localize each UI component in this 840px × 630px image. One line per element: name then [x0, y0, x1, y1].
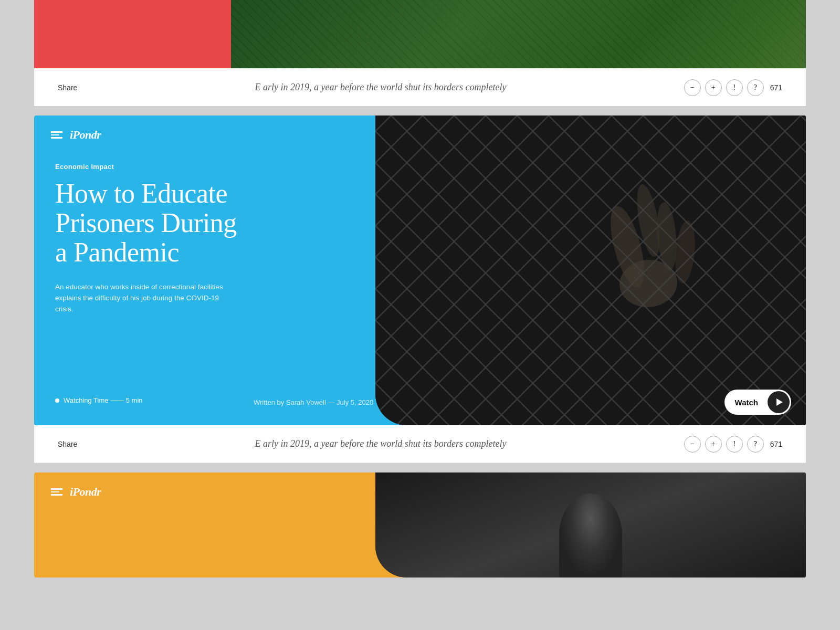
share-center-text-bottom: E arly in 2019, a year before the world … — [255, 438, 506, 449]
bottom-logo-text[interactable]: iPondr — [70, 485, 101, 499]
article-category: Economic Impact — [55, 163, 239, 171]
author-info: Written by Sarah Vowell — July 5, 2020 — [254, 398, 373, 406]
reaction-question-top[interactable]: ? — [747, 79, 764, 96]
watching-dot — [55, 398, 59, 403]
bottom-logo-icon — [51, 488, 62, 496]
reaction-count-bottom: 671 — [770, 440, 782, 448]
bottom-yellow-card: iPondr — [34, 472, 806, 578]
watching-time-text: Watching Time —— 5 min — [64, 396, 143, 404]
watching-time: Watching Time —— 5 min — [55, 396, 239, 404]
card-header: iPondr — [34, 116, 806, 154]
reaction-exclaim-top[interactable]: ! — [726, 79, 743, 96]
logo-text[interactable]: iPondr — [70, 128, 101, 142]
main-feature-card: iPondr — [34, 116, 806, 425]
top-partial-red-section — [34, 0, 231, 68]
bottom-logo-line-3 — [51, 494, 62, 496]
watch-button[interactable]: Watch — [724, 390, 791, 415]
reaction-plus-bottom[interactable]: + — [705, 436, 722, 453]
bottom-logo-line-2 — [51, 491, 59, 493]
share-bar-top: Share E arly in 2019, a year before the … — [34, 68, 806, 106]
play-triangle-icon — [776, 398, 783, 406]
image-bottom-bar: Written by Sarah Vowell — July 5, 2020 W… — [239, 379, 806, 425]
reaction-question-bottom[interactable]: ? — [747, 436, 764, 453]
watch-button-label[interactable]: Watch — [724, 393, 768, 412]
share-label-bottom[interactable]: Share — [58, 440, 77, 448]
reaction-minus-bottom[interactable]: − — [684, 436, 701, 453]
reaction-plus-top[interactable]: + — [705, 79, 722, 96]
share-label-top[interactable]: Share — [58, 83, 77, 92]
watch-play-icon[interactable] — [768, 391, 790, 413]
share-reactions-top: − + ! ? 671 — [684, 79, 782, 96]
logo-line-3 — [51, 137, 62, 139]
share-center-text-top: E arly in 2019, a year before the world … — [255, 82, 506, 93]
logo-line-2 — [51, 134, 59, 136]
share-reactions-bottom: − + ! ? 671 — [684, 436, 782, 453]
reaction-exclaim-bottom[interactable]: ! — [726, 436, 743, 453]
top-partial-card — [34, 0, 806, 68]
logo-icon — [51, 131, 62, 139]
reaction-minus-top[interactable]: − — [684, 79, 701, 96]
bottom-card-header: iPondr — [34, 472, 806, 511]
bottom-logo-line-1 — [51, 488, 62, 490]
share-bar-bottom: Share E arly in 2019, a year before the … — [34, 425, 806, 463]
reaction-count-top: 671 — [770, 83, 782, 92]
article-title: How to Educate Prisoners During a Pandem… — [55, 179, 239, 267]
logo-line-1 — [51, 131, 62, 133]
article-description: An educator who works inside of correcti… — [55, 282, 239, 315]
card-content-panel: Economic Impact How to Educate Prisoners… — [34, 116, 260, 425]
top-partial-image — [231, 0, 806, 68]
